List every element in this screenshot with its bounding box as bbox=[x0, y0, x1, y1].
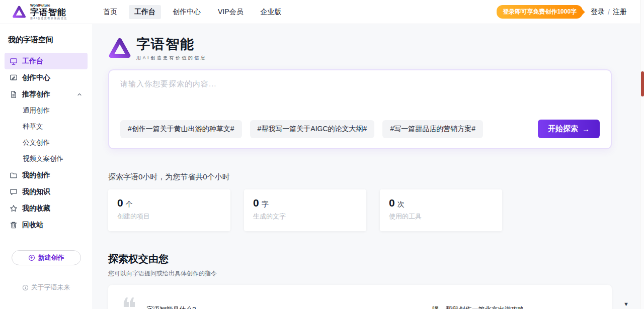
stat-label: 使用的工具 bbox=[389, 212, 493, 221]
sidebar-item-label: 我的知识 bbox=[22, 187, 50, 196]
hero-brand-text: 字语智能 用AI创造更有价值的信息 bbox=[136, 35, 207, 61]
stat-card-words: 0字 生成的文字 bbox=[244, 189, 366, 231]
plus-circle-icon bbox=[28, 254, 35, 261]
stat-value-row: 0次 bbox=[389, 197, 493, 209]
suggestion-chip[interactable]: #帮我写一篇关于AIGC的论文大纲# bbox=[250, 120, 375, 138]
stat-label: 生成的文字 bbox=[253, 212, 357, 221]
stat-unit: 次 bbox=[397, 200, 405, 208]
qa-answer[interactable]: 嘿，帮我创作一篇北京出游攻略 bbox=[432, 305, 524, 309]
header-right: 登录即可享免费创作1000字 登录 / 注册 bbox=[497, 5, 627, 19]
main-content: 字语智能 用AI创造更有价值的信息 #创作一篇关于黄山出游的种草文# #帮我写一… bbox=[92, 24, 644, 309]
sidebar-item-my-knowledge[interactable]: 我的知识 bbox=[5, 183, 88, 200]
caret-down-icon[interactable]: ▼ bbox=[623, 301, 629, 307]
sidebar-title: 我的字语空间 bbox=[5, 30, 88, 53]
section-title: 探索权交由您 bbox=[108, 252, 612, 266]
sidebar-item-my-creations[interactable]: 我的创作 bbox=[5, 167, 88, 183]
arrow-right-icon: → bbox=[582, 125, 590, 133]
stat-card-tools: 0次 使用的工具 bbox=[380, 189, 502, 231]
suggestion-chips: #创作一篇关于黄山出游的种草文# #帮我写一篇关于AIGC的论文大纲# #写一篇… bbox=[120, 120, 600, 138]
sidebar-subitem-general[interactable]: 通用创作 bbox=[5, 102, 88, 119]
explore-button[interactable]: 开始探索 → bbox=[538, 120, 600, 138]
hero-tagline: 用AI创造更有价值的信息 bbox=[136, 55, 207, 61]
promo-badge[interactable]: 登录即可享免费创作1000字 bbox=[497, 5, 583, 19]
section-subtitle: 您可以向字语提问或给出具体创作的指令 bbox=[108, 269, 612, 278]
explore-label: 开始探索 bbox=[548, 124, 578, 134]
search-input[interactable] bbox=[120, 79, 600, 112]
nav-workbench[interactable]: 工作台 bbox=[129, 5, 161, 19]
sidebar-item-creation-center[interactable]: 创作中心 bbox=[5, 69, 88, 86]
chevron-up-icon[interactable] bbox=[76, 91, 83, 97]
nav-creation-center[interactable]: 创作中心 bbox=[167, 5, 206, 19]
nav-vip[interactable]: VIP会员 bbox=[212, 5, 249, 19]
top-bar: WordFuture 字语智能 用AI创造更有价值的信息 首页 工作台 创作中心… bbox=[0, 0, 644, 24]
sidebar-item-label: 我的创作 bbox=[22, 171, 50, 180]
stat-value: 0 bbox=[253, 197, 259, 209]
hero-logo: 字语智能 用AI创造更有价值的信息 bbox=[108, 35, 612, 61]
sidebar-item-label: 我的收藏 bbox=[22, 204, 50, 213]
sidebar-item-label: 创作中心 bbox=[22, 73, 50, 82]
folder-icon bbox=[10, 171, 18, 179]
top-nav: 首页 工作台 创作中心 VIP会员 企业版 bbox=[98, 5, 287, 19]
qa-question[interactable]: 字语智能是什么? bbox=[146, 305, 196, 309]
page: WordFuture 字语智能 用AI创造更有价值的信息 首页 工作台 创作中心… bbox=[0, 0, 644, 309]
about-label: 关于字语未来 bbox=[31, 283, 70, 292]
stat-value: 0 bbox=[117, 197, 123, 209]
search-card: #创作一篇关于黄山出游的种草文# #帮我写一篇关于AIGC的论文大纲# #写一篇… bbox=[108, 69, 612, 149]
qa-example-card: ❝ 字语智能是什么? 嘿，帮我创作一篇北京出游攻略 bbox=[108, 285, 612, 309]
sidebar-subitem-official[interactable]: 公文创作 bbox=[5, 135, 88, 151]
register-link[interactable]: 注册 bbox=[613, 8, 627, 17]
auth-links: 登录 / 注册 bbox=[591, 8, 627, 17]
stat-card-projects: 0个 创建的项目 bbox=[108, 189, 230, 231]
sidebar-item-label: 推荐创作 bbox=[22, 90, 50, 99]
sidebar-item-recycle-bin[interactable]: 回收站 bbox=[5, 217, 88, 233]
info-icon bbox=[22, 284, 29, 291]
edit-screen-icon bbox=[10, 74, 18, 82]
stat-value-row: 0个 bbox=[117, 197, 221, 209]
page-scrollbar[interactable] bbox=[640, 0, 644, 309]
suggestion-chip[interactable]: #创作一篇关于黄山出游的种草文# bbox=[120, 120, 242, 138]
star-icon bbox=[10, 204, 18, 213]
about-link[interactable]: 关于字语未来 bbox=[0, 283, 92, 292]
header-brand-text: WordFuture 字语智能 用AI创造更有价值的信息 bbox=[30, 4, 67, 20]
new-creation-button[interactable]: 新建创作 bbox=[12, 250, 81, 265]
sidebar-item-workbench[interactable]: 工作台 bbox=[5, 53, 88, 69]
document-icon bbox=[10, 90, 18, 98]
nav-enterprise[interactable]: 企业版 bbox=[255, 5, 287, 19]
brand-name: 字语智能 bbox=[30, 8, 67, 18]
stats-summary-line: 探索字语0小时，为您节省共0个小时 bbox=[108, 172, 612, 182]
suggestion-chip[interactable]: #写一篇甜品店的营销方案# bbox=[382, 120, 483, 138]
monitor-icon bbox=[10, 57, 18, 65]
nav-home[interactable]: 首页 bbox=[98, 5, 123, 19]
brand-tagline: 用AI创造更有价值的信息 bbox=[30, 17, 67, 20]
sidebar-item-favorites[interactable]: 我的收藏 bbox=[5, 200, 88, 217]
chat-bubble-icon bbox=[10, 188, 18, 196]
scrollbar-thumb[interactable] bbox=[641, 71, 644, 96]
quote-icon: ❝ bbox=[121, 301, 136, 309]
hero-brand-name: 字语智能 bbox=[136, 35, 207, 53]
stat-value-row: 0字 bbox=[253, 197, 357, 209]
sidebar-subitem-seeding[interactable]: 种草文 bbox=[5, 119, 88, 135]
trash-icon bbox=[10, 221, 18, 229]
layout: 我的字语空间 工作台 创作中心 推荐创作 bbox=[0, 24, 644, 309]
sidebar-subitem-video-copy[interactable]: 视频文案创作 bbox=[5, 151, 88, 167]
stat-label: 创建的项目 bbox=[117, 212, 221, 221]
stat-value: 0 bbox=[389, 197, 395, 209]
login-link[interactable]: 登录 bbox=[591, 8, 605, 17]
sidebar: 我的字语空间 工作台 创作中心 推荐创作 bbox=[0, 24, 92, 309]
brand-triangle-icon bbox=[12, 5, 26, 19]
header-logo[interactable]: WordFuture 字语智能 用AI创造更有价值的信息 bbox=[12, 4, 92, 20]
new-creation-label: 新建创作 bbox=[38, 253, 64, 262]
auth-divider: / bbox=[608, 8, 610, 16]
stat-unit: 字 bbox=[262, 200, 269, 208]
stat-unit: 个 bbox=[126, 200, 133, 208]
sidebar-item-label: 工作台 bbox=[22, 57, 43, 66]
brand-en: WordFuture bbox=[30, 4, 67, 8]
sidebar-item-label: 回收站 bbox=[22, 221, 43, 230]
stat-cards: 0个 创建的项目 0字 生成的文字 0次 使用的工具 bbox=[108, 189, 612, 231]
brand-triangle-icon bbox=[108, 37, 131, 60]
sidebar-item-recommended[interactable]: 推荐创作 bbox=[5, 86, 88, 102]
